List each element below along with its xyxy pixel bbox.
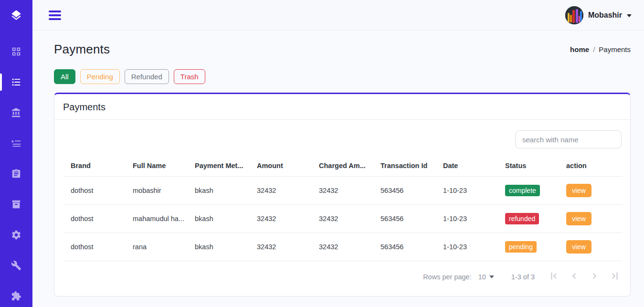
view-button[interactable]: view: [566, 240, 591, 254]
cell-amount: 32432: [249, 205, 311, 233]
page-title: Payments: [54, 42, 110, 57]
cell-date: 1-10-23: [435, 205, 497, 233]
first-page-icon: [549, 271, 560, 281]
pagination: Rows per page: 10 1-3 of 3: [63, 270, 622, 284]
avatar-image: [565, 6, 583, 24]
sidebar-item-payments[interactable]: [0, 67, 32, 97]
chevron-right-icon: [589, 271, 600, 281]
cell-date: 1-10-23: [435, 233, 497, 261]
view-button[interactable]: view: [566, 212, 591, 225]
col-action: action: [559, 159, 623, 177]
filter-pending-button[interactable]: Pending: [80, 69, 120, 84]
sidebar-item-addons[interactable]: [0, 281, 32, 307]
cell-charged-amount: 32432: [311, 233, 373, 261]
cell-brand: dothost: [63, 205, 125, 233]
breadcrumb-current: Payments: [599, 45, 631, 53]
cell-brand: dothost: [63, 233, 125, 261]
hamburger-icon: [49, 11, 61, 12]
status-badge: complete: [505, 185, 540, 196]
filter-refunded-button[interactable]: Refunded: [125, 69, 169, 84]
gear-icon: [11, 230, 21, 240]
archive-box-icon: [11, 199, 21, 210]
cell-brand: dothost: [63, 177, 125, 205]
col-status: Status: [497, 159, 559, 177]
puzzle-icon: [11, 291, 21, 301]
status-badge: refunded: [505, 213, 539, 224]
page-head: Payments home / Payments: [54, 42, 631, 57]
previous-page-button[interactable]: [568, 270, 581, 284]
pagination-nav: [548, 270, 621, 284]
wrench-icon: [11, 260, 21, 271]
table-row: dothost mobashir bkash 32432 32432 56345…: [63, 177, 623, 205]
col-date: Date: [435, 159, 497, 177]
rows-per-page-select[interactable]: 10: [478, 273, 494, 281]
sidebar: [0, 0, 32, 307]
card-body: Brand Full Name Payment Met... Amount Ch…: [54, 120, 630, 296]
view-button[interactable]: view: [566, 184, 591, 197]
breadcrumb: home / Payments: [570, 45, 631, 53]
sidebar-item-settings[interactable]: [0, 220, 32, 250]
next-page-button[interactable]: [588, 270, 601, 284]
filter-all-button[interactable]: All: [54, 69, 75, 84]
document-icon: [11, 169, 21, 179]
cell-payment-method: bkash: [187, 233, 249, 261]
sidebar-item-tools[interactable]: [0, 250, 32, 281]
search-row: [63, 130, 622, 148]
payments-table: Brand Full Name Payment Met... Amount Ch…: [63, 159, 623, 261]
filter-buttons: All Pending Refunded Trash: [54, 69, 631, 84]
hamburger-menu-button[interactable]: [47, 9, 63, 22]
col-amount: Amount: [249, 159, 311, 177]
breadcrumb-separator: /: [593, 45, 595, 53]
card-header: Payments: [54, 94, 630, 120]
cell-charged-amount: 32432: [311, 177, 373, 205]
cell-transaction-id: 563456: [373, 233, 435, 261]
sidebar-item-orders[interactable]: [0, 128, 32, 159]
sidebar-item-documents[interactable]: [0, 159, 32, 189]
col-payment-method: Payment Met...: [187, 159, 249, 177]
filter-trash-button[interactable]: Trash: [174, 69, 205, 84]
col-brand: Brand: [63, 159, 125, 177]
rows-per-page-value: 10: [478, 273, 486, 281]
app-logo[interactable]: [0, 0, 32, 31]
cell-full-name: mahamudul ha...: [125, 205, 187, 233]
cell-charged-amount: 32432: [311, 205, 373, 233]
layers-icon: [10, 9, 22, 21]
first-page-button[interactable]: [548, 270, 560, 284]
sidebar-item-dashboard[interactable]: [0, 36, 32, 67]
list-icon: [11, 77, 21, 87]
search-input[interactable]: [515, 130, 622, 148]
table-row: dothost rana bkash 32432 32432 563456 1-…: [63, 233, 623, 261]
cell-date: 1-10-23: [435, 177, 497, 205]
cell-payment-method: bkash: [187, 205, 249, 233]
table-row: dothost mahamudul ha... bkash 32432 3243…: [63, 205, 623, 233]
cell-transaction-id: 563456: [373, 205, 435, 233]
cell-full-name: rana: [125, 233, 187, 261]
last-page-button[interactable]: [608, 270, 621, 284]
cell-amount: 32432: [249, 233, 311, 261]
main-content: Payments home / Payments All Pending Ref…: [32, 31, 644, 307]
user-menu[interactable]: Mobashir: [565, 6, 632, 24]
topbar: Mobashir: [32, 0, 644, 31]
sidebar-item-bank[interactable]: [0, 97, 32, 128]
cell-full-name: mobashir: [125, 177, 187, 205]
app-root: Mobashir Payments home / Payments All Pe…: [0, 0, 644, 307]
chevron-left-icon: [569, 271, 580, 281]
user-name: Mobashir: [588, 11, 622, 20]
col-full-name: Full Name: [125, 159, 187, 177]
card-title: Payments: [63, 102, 622, 113]
breadcrumb-home-link[interactable]: home: [570, 45, 589, 53]
payments-card: Payments Brand Full Name: [54, 93, 631, 296]
rows-per-page-label: Rows per page:: [423, 273, 472, 281]
grid-icon: [11, 46, 21, 57]
cell-transaction-id: 563456: [373, 177, 435, 205]
sidebar-item-store[interactable]: [0, 189, 32, 220]
chevron-down-icon: [627, 14, 632, 17]
col-transaction-id: Transaction Id: [373, 159, 435, 177]
playlist-icon: [11, 138, 21, 148]
status-badge: pending: [505, 241, 537, 253]
bank-icon: [11, 107, 21, 118]
avatar: [565, 6, 583, 24]
pagination-range: 1-3 of 3: [511, 273, 535, 281]
sidebar-nav: [0, 31, 32, 307]
caret-down-icon: [489, 275, 494, 278]
